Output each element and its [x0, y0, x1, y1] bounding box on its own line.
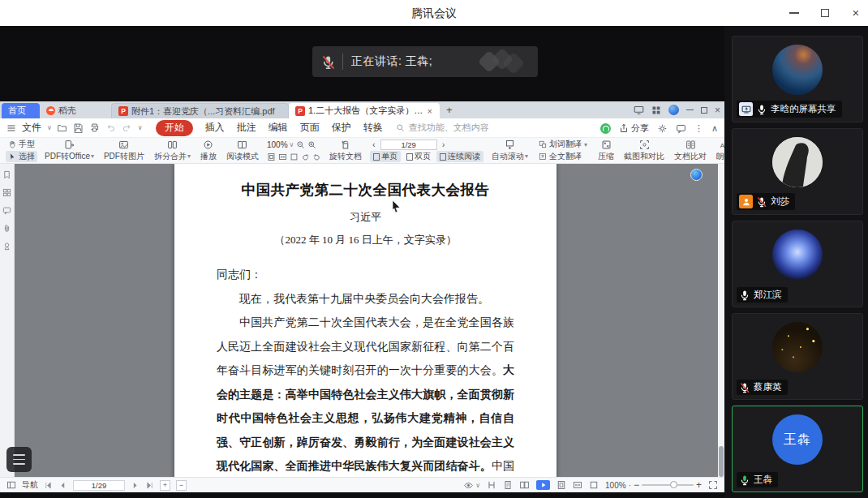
status-zoom-out-button[interactable]: −: [634, 479, 639, 491]
single-page-view-icon[interactable]: [503, 480, 513, 490]
history-back-icon[interactable]: +: [160, 480, 170, 491]
pdf-tab[interactable]: P附件1：喜迎党庆（...习资料汇编.pdf: [111, 103, 289, 118]
page-scrollbar[interactable]: [718, 164, 724, 477]
first-page-icon[interactable]: [44, 481, 53, 490]
文档比对-button[interactable]: 文档比对: [669, 139, 711, 163]
fit-width-icon[interactable]: [278, 152, 287, 161]
menu-tab-转换[interactable]: 转换: [363, 121, 383, 135]
participant-tile[interactable]: 蔡康英: [732, 313, 863, 400]
pdf-minimize-icon[interactable]: [686, 109, 694, 111]
next-page-button[interactable]: ›: [440, 140, 448, 149]
participant-tile[interactable]: 李晗的屏幕共享: [732, 36, 863, 122]
last-page-icon[interactable]: [145, 481, 154, 490]
menu-tab-批注[interactable]: 批注: [237, 121, 256, 135]
zoom-in-icon[interactable]: [307, 140, 316, 149]
status-actual-size-icon[interactable]: [589, 480, 599, 490]
more-options-icon[interactable]: ⋮: [694, 123, 703, 134]
quickbar-caret-icon[interactable]: ∨: [138, 124, 143, 131]
wps-user-avatar[interactable]: [668, 105, 679, 115]
播放-button[interactable]: 播放: [196, 139, 221, 163]
hand-tool-button[interactable]: 手型: [6, 139, 37, 150]
file-menu[interactable]: 文件: [22, 121, 41, 135]
status-page-indicator[interactable]: 1/29: [73, 480, 125, 491]
slideshow-play-button[interactable]: [536, 480, 550, 490]
pdf-tab[interactable]: 稻壳: [40, 103, 111, 118]
eye-protect-toggle[interactable]: ∨: [463, 480, 480, 491]
压缩-button[interactable]: 压缩: [593, 139, 619, 163]
actual-size-icon[interactable]: [290, 152, 299, 161]
signature-panel-icon[interactable]: [2, 242, 11, 251]
search-box[interactable]: 查找功能、文档内容: [396, 122, 489, 134]
wps-ai-icon[interactable]: [600, 123, 611, 134]
pdf-restore-icon[interactable]: [701, 107, 707, 114]
status-fit-width-icon[interactable]: [573, 480, 582, 490]
menu-tab-编辑[interactable]: 编辑: [269, 121, 288, 135]
fit-height-icon[interactable]: [487, 480, 496, 490]
open-file-icon[interactable]: [57, 122, 67, 133]
status-fit-page-icon[interactable]: [556, 480, 566, 490]
fullscreen-icon[interactable]: [708, 480, 718, 490]
zoom-level-control[interactable]: 100%∨: [267, 140, 294, 149]
page-mode-连续阅读[interactable]: 连续阅读: [436, 151, 483, 162]
menu-tab-开始[interactable]: 开始: [156, 120, 193, 136]
new-tab-button[interactable]: +: [446, 104, 453, 116]
history-forward-icon[interactable]: −: [176, 480, 187, 491]
rotate-left-icon[interactable]: [301, 152, 310, 161]
word-translate-button[interactable]: 划词翻译▾: [536, 139, 590, 150]
apps-grid-icon[interactable]: [651, 105, 661, 115]
PDF转Office-button[interactable]: PDF转Office▾: [40, 139, 99, 163]
collaborator-avatar[interactable]: [690, 169, 703, 181]
bookmarks-panel-icon[interactable]: [2, 170, 11, 179]
zoom-out-icon[interactable]: [296, 140, 305, 149]
navigation-toggle[interactable]: 导航: [6, 479, 38, 491]
double-page-view-icon[interactable]: [519, 480, 530, 490]
comments-panel-icon[interactable]: [2, 206, 11, 215]
auto-scroll-button[interactable]: 自动滚动▾: [487, 139, 533, 163]
PDF转图片-button[interactable]: PDF转图片: [99, 139, 149, 163]
scrollbar-thumb[interactable]: [719, 446, 724, 477]
print-icon[interactable]: [89, 122, 100, 133]
rotate-document-button[interactable]: 旋转文档: [324, 139, 367, 163]
朗读-button[interactable]: A朗读: [711, 139, 724, 163]
close-button[interactable]: ×: [850, 7, 862, 19]
next-page-icon[interactable]: [131, 481, 140, 490]
menu-tab-页面[interactable]: 页面: [300, 121, 320, 135]
main-menu-icon[interactable]: [6, 123, 16, 133]
page-indicator-input[interactable]: 1/29: [380, 140, 437, 150]
collapse-ribbon-icon[interactable]: ∧: [711, 123, 718, 134]
maximize-button[interactable]: [819, 7, 831, 19]
status-zoom-in-button[interactable]: +: [696, 479, 702, 491]
pdf-close-icon[interactable]: ×: [715, 106, 720, 114]
tab-close-icon[interactable]: ×: [427, 106, 433, 116]
page-mode-双页[interactable]: 双页: [403, 151, 434, 162]
minimize-button[interactable]: [789, 7, 800, 19]
save-icon[interactable]: [73, 122, 84, 133]
full-translate-button[interactable]: 全文翻译: [536, 151, 590, 162]
thumbnails-panel-icon[interactable]: [2, 188, 11, 197]
comment-bubble-icon[interactable]: [676, 123, 686, 134]
participant-tile[interactable]: 郑江滨: [732, 221, 863, 307]
zoom-slider-knob[interactable]: [670, 481, 677, 488]
menu-tab-保护[interactable]: 保护: [332, 121, 351, 135]
participant-tile[interactable]: 刘莎: [732, 128, 863, 215]
participant-tile[interactable]: 王犇王犇: [732, 406, 863, 492]
meeting-toolbar-overlay[interactable]: [6, 447, 32, 472]
attachments-panel-icon[interactable]: [2, 224, 11, 233]
rotate-right-icon[interactable]: [312, 152, 321, 161]
menu-tab-插入[interactable]: 插入: [205, 121, 225, 135]
select-tool-button[interactable]: 选择: [6, 151, 37, 162]
prev-page-icon[interactable]: [58, 481, 67, 490]
阅读模式-button[interactable]: 阅读模式: [221, 139, 264, 163]
undo-icon[interactable]: [105, 122, 116, 133]
settings-gear-icon[interactable]: [657, 123, 668, 134]
截图和对比-button[interactable]: 截图和对比: [619, 139, 669, 163]
pdf-tab[interactable]: 首页: [2, 103, 40, 118]
fit-page-icon[interactable]: [267, 152, 276, 161]
share-button[interactable]: 分享: [619, 122, 649, 135]
redo-icon[interactable]: [122, 122, 132, 133]
拆分合并-button[interactable]: 拆分合并▾: [149, 139, 196, 163]
zoom-slider[interactable]: [642, 484, 694, 486]
prev-page-button[interactable]: ‹: [370, 140, 378, 149]
page-mode-单页[interactable]: 单页: [370, 151, 401, 162]
presentation-mode-icon[interactable]: [634, 105, 644, 115]
